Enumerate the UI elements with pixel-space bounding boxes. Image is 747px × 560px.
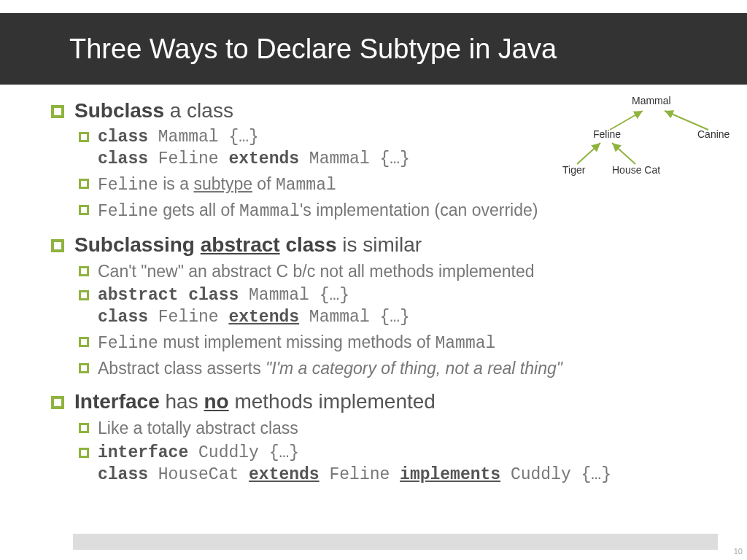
code: abstract class (98, 286, 239, 305)
title-bar: Three Ways to Declare Subtype in Java (0, 13, 747, 85)
text: Abstract class asserts (98, 359, 266, 378)
bullet-icon (79, 266, 89, 276)
code: HouseCat (148, 465, 249, 484)
bullet-icon (51, 105, 64, 118)
code: class (98, 149, 148, 168)
class-hierarchy-tree: Mammal Feline Canine Tiger House Cat (555, 95, 741, 190)
code: Cuddly {…} (500, 465, 611, 484)
code: class (98, 465, 148, 484)
bullet-icon (51, 396, 64, 409)
text: of (252, 174, 276, 193)
text: methods implemented (229, 390, 436, 413)
code: class (98, 128, 148, 147)
code: Cuddly {…} (188, 443, 299, 462)
text: Interface (74, 390, 160, 413)
sub-bullet: interface Cuddly {…}class HouseCat exten… (79, 443, 747, 486)
tree-node-housecat: House Cat (612, 164, 660, 176)
tree-node-tiger: Tiger (562, 164, 585, 176)
text: must implement missing methods of (158, 332, 436, 351)
footer-bar (73, 534, 718, 550)
code: class (98, 308, 148, 327)
text: Mammal (276, 176, 336, 195)
text: Feline (98, 334, 158, 353)
code: Feline (320, 465, 400, 484)
svg-line-0 (610, 111, 643, 130)
text: Feline (98, 202, 158, 221)
text: Feline (98, 176, 158, 195)
text: Subclassing (74, 233, 201, 256)
code: Mammal {…} (239, 286, 349, 305)
text: is similar (337, 233, 422, 256)
sub-bullet: Feline gets all of Mammal's implementati… (79, 200, 747, 223)
text: a class (164, 99, 233, 122)
page-number: 10 (734, 547, 743, 556)
tree-node-feline: Feline (593, 128, 621, 140)
svg-line-2 (577, 143, 600, 164)
code: Mammal {…} (299, 308, 410, 327)
sub-bullet: Like a totally abstract class (79, 418, 747, 440)
code: extends (249, 465, 320, 484)
code: extends (228, 308, 299, 327)
text: Mammal (239, 202, 300, 221)
text: Mammal (435, 334, 495, 353)
text: has (160, 390, 204, 413)
text: abstract (201, 233, 280, 256)
code: Mammal {…} (148, 128, 259, 147)
bullet-abstract: Subclassing abstract class is similar (51, 233, 747, 257)
text: gets all of (158, 201, 239, 219)
code: Feline (148, 149, 228, 168)
text: no (204, 390, 228, 413)
text: subtype (193, 174, 252, 193)
sub-bullet: Abstract class asserts "I'm a category o… (79, 358, 747, 380)
code: implements (400, 465, 500, 484)
svg-line-3 (612, 143, 635, 164)
bullet-icon (79, 205, 89, 215)
tree-node-mammal: Mammal (632, 95, 671, 106)
bullet-icon (79, 179, 89, 189)
sub-bullet: Feline must implement missing methods of… (79, 332, 747, 355)
text: Like a totally abstract class (98, 418, 298, 440)
text: is a (158, 174, 194, 193)
bullet-icon (79, 132, 89, 142)
slide-title: Three Ways to Declare Subtype in Java (69, 34, 557, 65)
bullet-icon (79, 337, 89, 347)
code: interface (98, 443, 188, 462)
svg-line-1 (665, 111, 708, 130)
tree-node-canine: Canine (697, 128, 729, 140)
bullet-icon (79, 290, 89, 300)
code: extends (228, 149, 299, 168)
text: Subclass (74, 99, 164, 122)
text: 's implementation (can override) (300, 201, 538, 219)
code: Feline (148, 308, 228, 327)
sub-bullet: Can't "new" an abstract C b/c not all me… (79, 261, 747, 283)
bullet-icon (79, 363, 89, 373)
bullet-interface: Interface has no methods implemented (51, 390, 747, 413)
text: Can't "new" an abstract C b/c not all me… (98, 261, 535, 283)
bullet-icon (79, 448, 89, 458)
code: Mammal {…} (299, 149, 410, 168)
text: "I'm a category of thing, not a real thi… (266, 359, 562, 378)
text: class (280, 233, 337, 256)
bullet-icon (79, 423, 89, 433)
sub-bullet: abstract class Mammal {…}class Feline ex… (79, 285, 747, 329)
bullet-icon (51, 239, 64, 252)
